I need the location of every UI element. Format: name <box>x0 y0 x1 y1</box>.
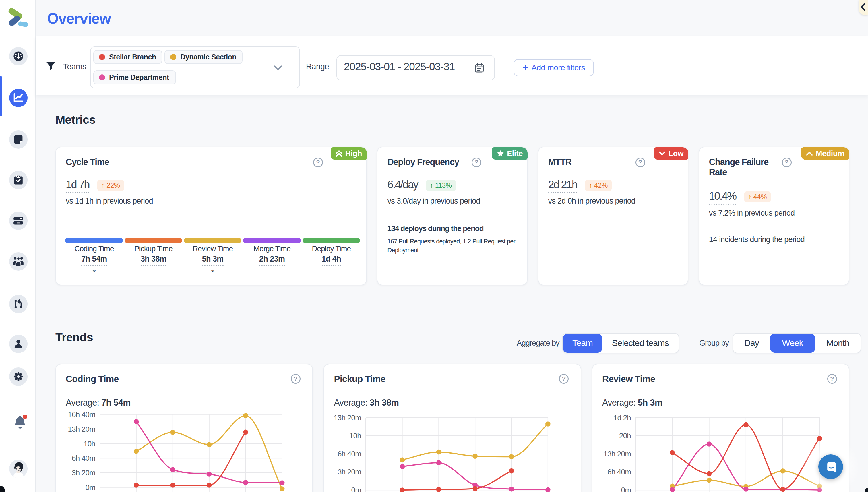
svg-text:3h 20m: 3h 20m <box>72 468 95 477</box>
svg-text:0m: 0m <box>85 483 95 492</box>
svg-text:0m: 0m <box>351 486 361 492</box>
svg-text:6h 40m: 6h 40m <box>338 449 361 458</box>
svg-text:3h 20m: 3h 20m <box>338 468 361 476</box>
svg-text:Mar 01 - Mar 07: Mar 01 - Mar 07 <box>382 491 422 492</box>
svg-text:16h 40m: 16h 40m <box>68 410 95 419</box>
svg-text:Mar 08 - Mar 14: Mar 08 - Mar 14 <box>689 491 729 492</box>
svg-text:20h: 20h <box>619 432 631 440</box>
svg-text:0m: 0m <box>621 486 631 492</box>
svg-text:Mar 22 - Mar 28: Mar 22 - Mar 28 <box>491 491 531 492</box>
svg-text:13h 20m: 13h 20m <box>603 449 631 458</box>
svg-text:Mar 22 - Mar 28: Mar 22 - Mar 28 <box>226 491 266 492</box>
svg-text:6h 40m: 6h 40m <box>72 454 95 463</box>
svg-text:Mar 15 - Mar 21: Mar 15 - Mar 21 <box>726 491 766 492</box>
svg-text:13h 20m: 13h 20m <box>68 425 95 434</box>
svg-text:Mar 08 - Mar 14: Mar 08 - Mar 14 <box>153 491 193 492</box>
svg-text:Mar 15 - Mar 21: Mar 15 - Mar 21 <box>189 491 229 492</box>
svg-text:Mar 08 - Mar 14: Mar 08 - Mar 14 <box>419 491 459 492</box>
svg-text:13h 20m: 13h 20m <box>333 413 361 422</box>
svg-text:Mar 01 - Mar 07: Mar 01 - Mar 07 <box>116 491 156 492</box>
svg-text:10h: 10h <box>349 432 361 440</box>
svg-text:Mar 15 - Mar 21: Mar 15 - Mar 21 <box>455 491 495 492</box>
svg-text:Mar 29 - Mar 31: Mar 29 - Mar 31 <box>528 491 568 492</box>
svg-text:10h: 10h <box>83 440 95 448</box>
svg-text:Mar 01 - Mar 07: Mar 01 - Mar 07 <box>652 491 692 492</box>
svg-text:Mar 22 - Mar 28: Mar 22 - Mar 28 <box>763 491 803 492</box>
svg-text:6h 40m: 6h 40m <box>607 468 631 476</box>
svg-text:Mar 29 - Mar 31: Mar 29 - Mar 31 <box>262 491 302 492</box>
svg-text:1d 2h: 1d 2h <box>613 413 631 422</box>
